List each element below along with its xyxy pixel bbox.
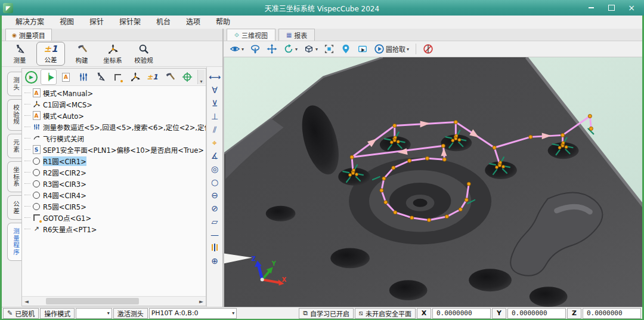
rotate-view-button[interactable]: ▾ xyxy=(282,42,299,56)
run-button[interactable]: ▶ xyxy=(23,69,39,85)
side-tab-probe[interactable]: 测头 xyxy=(7,72,21,96)
view-toolbar: ▾ ▾ ▾ 圆拾取 ▾ xyxy=(224,41,642,57)
parallelism-icon[interactable]: ⫽ xyxy=(208,123,221,136)
window-title: 天准三坐标系统 VispecCube 2024 xyxy=(0,3,644,13)
scroll-right-button[interactable]: ► xyxy=(197,297,206,306)
ribbon-check-gauge-button[interactable]: 校验规 xyxy=(129,42,158,66)
tree-item-r6-vector-point[interactable]: ↗R6矢量点<PT1> xyxy=(22,223,206,235)
viewport-3d-scene[interactable]: Z Y X xyxy=(224,57,642,307)
probe-disabled-button[interactable] xyxy=(422,42,435,56)
tolerance-pm1-icon: ±1 xyxy=(147,72,157,82)
mode-button[interactable]: A xyxy=(58,69,74,85)
axis-x-label: X xyxy=(282,276,287,283)
tree-item-r5-circle[interactable]: R5圆<CIR5> xyxy=(22,201,206,212)
side-tab-tolerance[interactable]: 公差 xyxy=(7,195,21,220)
view-cube-button[interactable]: ▾ xyxy=(302,42,319,56)
cylindricity-icon[interactable]: ⊘ xyxy=(208,202,221,214)
toolbar-separator xyxy=(416,44,416,54)
minimize-button[interactable] xyxy=(582,2,600,13)
tree-item-r4-circle[interactable]: R4圆<CIR4> xyxy=(22,189,206,201)
step-run-button[interactable]: ▕▶ xyxy=(41,69,57,85)
viewport-3d[interactable]: Z Y X xyxy=(224,57,642,307)
circle-pick-button[interactable]: 圆拾取 ▾ xyxy=(373,42,410,56)
distance-icon[interactable]: ⟷ xyxy=(208,70,221,83)
circularity-icon[interactable]: ○ xyxy=(208,176,221,188)
menu-machine[interactable]: 机台 xyxy=(148,16,178,29)
symmetry-icon[interactable] xyxy=(208,241,221,254)
measure-params-button[interactable] xyxy=(75,69,91,85)
close-button[interactable]: × xyxy=(623,2,640,13)
chevron-down-icon: ▾ xyxy=(295,47,298,52)
construct-button[interactable] xyxy=(162,69,178,85)
coordinate-system-icon xyxy=(33,100,41,108)
scrollbar-thumb[interactable] xyxy=(46,298,139,304)
side-tab-measurement-program[interactable]: 测量程序 xyxy=(7,223,21,261)
axis-target-button[interactable] xyxy=(179,69,195,85)
tree-item-r3-circle[interactable]: R3圆<CIR3> xyxy=(22,178,206,189)
toolbar-overflow-button[interactable]: ▾ xyxy=(197,70,205,84)
tree-item-fly-mode[interactable]: 飞行模式关闭 xyxy=(22,133,206,144)
measurement-program-tree: ▶ ▕▶ A ±1 ▾ A模式<Manual> C1回调<MCS> A模式<Au… xyxy=(21,68,206,306)
concentricity-icon[interactable]: ◎ xyxy=(208,162,221,175)
measurement-project-icon: ◉ xyxy=(12,32,17,38)
chevron-down-icon: ▾ xyxy=(315,47,318,52)
runout-icon[interactable]: ∀ xyxy=(208,84,221,96)
tree-item-r2-circle[interactable]: R2圆<CIR2> xyxy=(22,167,206,178)
true-position-icon[interactable]: ⊕ xyxy=(208,254,221,267)
side-tab-elements[interactable]: 元素 xyxy=(7,134,21,158)
locate-pin-button[interactable] xyxy=(339,42,352,56)
vector-point-icon: ↗ xyxy=(33,225,39,233)
flatness-icon[interactable]: ▱ xyxy=(208,215,221,227)
tolerance-button[interactable]: ±1 xyxy=(144,69,160,85)
tree-item-safety-plane[interactable]: SSEP1安全平面<PLN1>偏移<10>是否启用<True> xyxy=(22,144,206,155)
menu-probe[interactable]: 探针 xyxy=(82,16,112,29)
tab-3d-view[interactable]: ⟐ 三维视图 xyxy=(227,29,275,41)
tab-measurement-project[interactable]: ◉ 测量项目 xyxy=(5,29,52,41)
position-icon[interactable]: ⌖ xyxy=(208,136,221,149)
circular-runout-icon[interactable]: ⊖ xyxy=(208,189,221,201)
tree-item-goto-point[interactable]: GOTO点<G1> xyxy=(22,212,206,223)
menu-solution[interactable]: 解决方案 xyxy=(8,16,52,29)
pen-icon: ✎ xyxy=(7,309,13,317)
menu-view[interactable]: 视图 xyxy=(52,16,82,29)
operation-mode-select[interactable]: ▾ xyxy=(76,308,112,319)
measure-params-icon xyxy=(78,72,89,82)
pan-move-icon xyxy=(267,44,277,54)
maximize-button[interactable] xyxy=(602,2,620,13)
mode-doc-icon: A xyxy=(62,73,70,82)
menu-help[interactable]: 帮助 xyxy=(208,16,238,29)
pan-move-button[interactable] xyxy=(265,42,278,56)
coordinate-system-button[interactable] xyxy=(127,69,143,85)
side-tab-check-gauge[interactable]: 校验规 xyxy=(7,99,21,131)
tree-item-r1-circle[interactable]: R1圆<CIR1> xyxy=(22,155,206,167)
ribbon-coordinate-system-button[interactable]: 坐标系 xyxy=(98,42,127,66)
measure-button[interactable] xyxy=(92,69,109,85)
tree-item-mode-manual[interactable]: A模式<Manual> xyxy=(22,87,206,99)
zoom-fit-button[interactable] xyxy=(323,42,336,56)
perpendicularity-icon[interactable]: ⊥ xyxy=(208,110,221,122)
straightness-icon[interactable]: — xyxy=(208,228,221,241)
ribbon-construct-button[interactable]: 构建 xyxy=(67,42,96,66)
title-bar: ◤ 天准三坐标系统 VispecCube 2024 × xyxy=(0,0,644,16)
menu-options[interactable]: 选项 xyxy=(178,16,208,29)
tree-item-measure-params[interactable]: 测量参数逼近<5>,回退<5>,搜索<6>,定位<2>,定位加<2>,测量 xyxy=(22,121,206,133)
side-tab-coordinate-system[interactable]: 坐标系 xyxy=(7,161,21,193)
view-panel-button[interactable] xyxy=(356,42,369,56)
angularity-icon[interactable]: ∡ xyxy=(208,149,221,162)
menu-probe-rack[interactable]: 探针架 xyxy=(112,16,148,29)
ribbon-tolerance-button[interactable]: ±1 公差 xyxy=(36,42,65,66)
tree-item-c1-recall[interactable]: C1回调<MCS> xyxy=(22,99,206,110)
ribbon-measure-button[interactable]: 测量 xyxy=(5,42,34,66)
scrollbar-track[interactable] xyxy=(31,297,197,306)
coord-y-label: Y xyxy=(492,308,506,319)
tree-item-mode-auto[interactable]: A模式<Auto> xyxy=(22,110,206,121)
orbit-rotate-button[interactable] xyxy=(249,42,262,56)
tab-report[interactable]: ▦ 报表 xyxy=(278,29,315,41)
coordinate-system-icon xyxy=(130,72,141,82)
goto-point-button[interactable] xyxy=(110,69,126,85)
active-probe-select[interactable]: PH10T A:0,B:0 ▾ xyxy=(149,308,237,319)
coordinate-axes-icon xyxy=(107,44,119,55)
angle-icon[interactable]: ⊻ xyxy=(208,97,221,109)
view-eye-button[interactable]: ▾ xyxy=(228,42,245,56)
scroll-left-button[interactable]: ◄ xyxy=(22,297,31,306)
